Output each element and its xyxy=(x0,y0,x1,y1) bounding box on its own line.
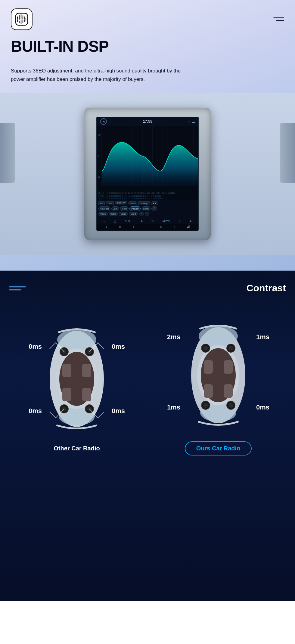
other-bot-left-timing: 0ms xyxy=(29,407,42,415)
hero-description: Supports 36EQ adjustment, and the ultra-… xyxy=(0,67,205,84)
user1-button[interactable]: User1 xyxy=(98,212,108,216)
svg-text:-20: -20 xyxy=(97,176,101,178)
eq-buttons-row-2: Classical Jazz Rock Popular Reset ⓘ xyxy=(98,206,197,211)
eq-buttons-row-1: dts DUE ⊞DOLBY SRS● Through ◄► xyxy=(98,201,197,205)
temp-left: 0 xyxy=(119,225,121,228)
user5-button[interactable]: User5 xyxy=(129,212,138,216)
user2-button[interactable]: User2 xyxy=(109,212,118,216)
dual-label: DUAL xyxy=(125,220,132,223)
back-nav-icon[interactable]: ◄ xyxy=(105,225,107,228)
our-car-svg xyxy=(182,318,254,432)
user3-button[interactable]: User3 xyxy=(119,212,128,216)
fan-icon[interactable]: ⊕ xyxy=(189,220,192,223)
recirculate-icon[interactable]: ↻ xyxy=(151,220,154,223)
other-car-svg xyxy=(41,322,113,436)
our-top-left-timing: 2ms xyxy=(167,333,180,341)
our-car-panel: 2ms 1ms 1ms 0ms xyxy=(151,315,286,455)
defrost-icon[interactable]: ↗ xyxy=(178,220,181,223)
dts-button[interactable]: dts xyxy=(98,201,105,205)
svg-rect-46 xyxy=(82,388,91,401)
svg-rect-45 xyxy=(62,388,71,401)
fan-speed-icon[interactable]: ~ xyxy=(146,225,148,228)
our-bot-right-timing: 0ms xyxy=(256,403,269,411)
svg-point-73 xyxy=(203,346,208,351)
svg-rect-65 xyxy=(224,360,233,374)
title-divider xyxy=(11,61,284,61)
svg-rect-43 xyxy=(62,364,71,377)
remove-preset-button[interactable]: - xyxy=(145,212,149,216)
svg-point-69 xyxy=(203,403,208,408)
vol-up-icon[interactable]: 🔊 xyxy=(187,225,190,228)
climate-bar2: ◄ 0 ↟ ~ ≋ 0 🔊 xyxy=(97,224,198,230)
contrast-title: Contrast xyxy=(246,283,286,294)
dashboard-bg: 17:55 ≈ ▬ xyxy=(0,93,295,255)
eq-bars-row: 20 24 26 45 53 65 80 100 125 160 200 250… xyxy=(97,186,198,195)
svg-rect-66 xyxy=(204,384,213,398)
screen-time: 17:55 xyxy=(143,119,152,124)
our-car-view: 2ms 1ms 1ms 0ms xyxy=(176,315,260,435)
vent-icon[interactable]: ↟ xyxy=(132,225,135,228)
rock-button[interactable]: Rock xyxy=(120,206,129,211)
eq-sliders-row: 8 8 7 5 6 16 16 16 16 16 16 16 16 16 16 … xyxy=(97,195,198,198)
svg-rect-64 xyxy=(204,360,213,374)
screen-status-icons: ≈ ▬ xyxy=(188,120,195,123)
reset-button[interactable]: Reset xyxy=(141,206,151,211)
dolby-button[interactable]: ⊞DOLBY xyxy=(115,201,127,205)
bottom-section: Contrast 0ms 0ms 0ms 0ms xyxy=(0,271,295,601)
page-title: BUILT-IN DSP xyxy=(0,35,295,55)
temp-right: 0 xyxy=(174,225,175,228)
contrast-lines-icon xyxy=(9,286,26,290)
snowflake-icon[interactable]: ❄ xyxy=(141,220,143,223)
classical-button[interactable]: Classical xyxy=(98,206,110,211)
popular-button[interactable]: Popular xyxy=(129,206,140,211)
svg-text:0: 0 xyxy=(98,155,99,157)
info-button[interactable]: ⓘ xyxy=(151,206,157,211)
top-section: BUILT-IN DSP Supports 36EQ adjustment, a… xyxy=(0,0,295,271)
svg-point-39 xyxy=(57,329,96,350)
add-preset-button[interactable]: + xyxy=(139,212,144,216)
svg-text:20: 20 xyxy=(98,133,101,136)
auto-label: AUTO xyxy=(162,220,170,223)
other-top-right-timing: 0ms xyxy=(112,343,125,351)
other-car-view: 0ms 0ms 0ms 0ms xyxy=(35,319,119,439)
logo xyxy=(11,8,33,30)
menu-button[interactable] xyxy=(273,17,284,21)
other-car-label: Other Car Radio xyxy=(54,445,100,452)
eq-wave-svg: 20 0 -20 xyxy=(97,126,198,186)
our-car-label-button[interactable]: Ours Car Radio xyxy=(185,441,252,455)
contrast-divider xyxy=(9,300,286,300)
eq-chart: 20 0 -20 xyxy=(97,126,198,186)
due-button[interactable]: DUE xyxy=(106,201,114,205)
back-button-icon[interactable] xyxy=(100,118,107,125)
through-button[interactable]: Through xyxy=(138,201,150,205)
svg-rect-44 xyxy=(82,364,91,377)
eq-controls: dts DUE ⊞DOLBY SRS● Through ◄► Classical… xyxy=(97,200,198,218)
other-top-left-timing: 0ms xyxy=(29,343,42,351)
audio-toggle[interactable]: ◄► xyxy=(151,201,159,205)
contrast-header: Contrast xyxy=(9,283,286,294)
screen-topbar: 17:55 ≈ ▬ xyxy=(97,117,198,126)
eq-buttons-row-3: User1 User2 User3 User5 + - xyxy=(98,212,197,216)
climate-bar: ⌂ ⏻ DUAL ❄ ↻ AUTO ↗ ⊕ xyxy=(97,218,198,224)
cars-comparison: 0ms 0ms 0ms 0ms xyxy=(9,315,286,455)
home-icon[interactable]: ⌂ xyxy=(103,220,105,223)
svg-point-75 xyxy=(228,346,233,351)
power-icon[interactable]: ⏻ xyxy=(113,220,116,223)
svg-point-60 xyxy=(199,326,238,347)
srs-button[interactable]: SRS● xyxy=(128,201,138,205)
audio-logo-icon xyxy=(14,12,29,26)
ac-icon[interactable]: ≋ xyxy=(160,225,162,228)
svg-rect-67 xyxy=(224,384,233,398)
wifi-icon: ≈ xyxy=(188,120,190,123)
eq-values-row: 16 16 16 16 16 16 16 16 16 16 16 16 16 1… xyxy=(97,198,198,200)
our-bot-left-timing: 1ms xyxy=(167,403,180,411)
other-bot-right-timing: 0ms xyxy=(112,407,125,415)
header xyxy=(0,0,295,35)
dsp-screen: 17:55 ≈ ▬ xyxy=(96,117,199,231)
dashboard-container: 17:55 ≈ ▬ xyxy=(0,93,295,255)
jazz-button[interactable]: Jazz xyxy=(111,206,119,211)
our-top-right-timing: 1ms xyxy=(256,333,269,341)
battery-icon: ▬ xyxy=(192,120,195,123)
other-car-panel: 0ms 0ms 0ms 0ms xyxy=(9,319,144,452)
svg-point-71 xyxy=(228,403,233,408)
